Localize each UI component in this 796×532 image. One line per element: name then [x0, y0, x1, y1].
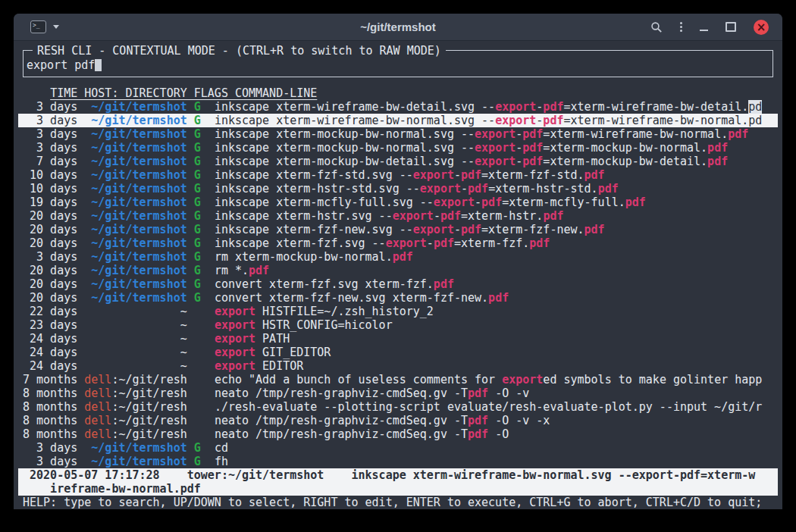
help-line: HELP: type to search, UP/DOWN to select,…: [23, 496, 773, 509]
history-row[interactable]: 3 days ~/git/termshot G inkscape xterm-w…: [18, 114, 778, 127]
history-row[interactable]: 7 days ~/git/termshot G inkscape xterm-m…: [18, 155, 778, 168]
text-cursor: [95, 59, 102, 71]
titlebar-right-group: [650, 20, 769, 35]
history-row[interactable]: 23 days ~ export HSTR_CONFIG=hicolor: [18, 318, 778, 332]
table-header-columns: TIME HOST: DIRECTORY FLAGS COMMAND-LINE: [50, 86, 317, 100]
terminal-app-icon[interactable]: [30, 20, 46, 33]
history-row[interactable]: 3 days ~/git/termshot G rm xterm-mockup-…: [18, 250, 778, 264]
history-row[interactable]: 20 days ~/git/termshot G rm *.pdf: [18, 264, 778, 277]
history-list: 3 days ~/git/termshot G inkscape xterm-w…: [23, 100, 773, 468]
terminal-content: RESH CLI - CONTEXTUAL MODE - (CTRL+R to …: [14, 41, 782, 509]
history-row[interactable]: 8 months dell:~/git/resh neato /tmp/resh…: [18, 414, 778, 427]
status-bar-line2: ireframe-bw-normal.pdf: [18, 482, 778, 496]
history-row[interactable]: 10 days ~/git/termshot G inkscape xterm-…: [18, 168, 778, 182]
history-row[interactable]: 8 months dell:~/git/resh neato /tmp/resh…: [18, 427, 778, 441]
history-row[interactable]: 24 days ~ export EDITOR: [18, 359, 778, 373]
titlebar: ~/git/termshot: [14, 14, 782, 41]
history-row[interactable]: 3 days ~/git/termshot G inkscape xterm-m…: [18, 127, 778, 141]
history-row[interactable]: 20 days ~/git/termshot G convert xterm-f…: [18, 291, 778, 305]
search-box: RESH CLI - CONTEXTUAL MODE - (CTRL+R to …: [23, 50, 773, 77]
close-button[interactable]: [754, 20, 769, 35]
history-row[interactable]: 20 days ~/git/termshot G inkscape xterm-…: [18, 209, 778, 223]
status-bar-line1: 2020-05-07 17:17:28 tower:~/git/termshot…: [18, 468, 778, 482]
history-row[interactable]: 19 days ~/git/termshot G inkscape xterm-…: [18, 196, 778, 209]
terminal-window: ~/git/termshot RESH CLI - CONTEXTUAL MOD…: [14, 14, 782, 509]
history-row[interactable]: 24 days ~ export GIT_EDITOR: [18, 346, 778, 359]
search-query-text: export pdf: [27, 58, 95, 72]
history-row[interactable]: 24 days ~ export PATH: [18, 332, 778, 346]
history-row[interactable]: 20 days ~/git/termshot G convert xterm-f…: [18, 277, 778, 291]
restore-button[interactable]: [725, 22, 736, 32]
history-row[interactable]: 20 days ~/git/termshot G inkscape xterm-…: [18, 223, 778, 236]
history-row[interactable]: 3 days ~/git/termshot G cd: [18, 441, 778, 455]
history-row[interactable]: 10 days ~/git/termshot G inkscape xterm-…: [18, 182, 778, 196]
history-row[interactable]: 3 days ~/git/termshot G inkscape xterm-w…: [18, 100, 778, 114]
search-box-title: RESH CLI - CONTEXTUAL MODE - (CTRL+R to …: [33, 44, 446, 58]
search-icon[interactable]: [650, 21, 663, 33]
history-row[interactable]: 22 days ~ export HISTFILE=~/.zsh_history…: [18, 305, 778, 318]
minimize-button[interactable]: [700, 30, 708, 31]
history-row[interactable]: 8 months dell:~/git/resh ./resh-evaluate…: [18, 400, 778, 414]
history-row[interactable]: 8 months dell:~/git/resh neato /tmp/resh…: [18, 386, 778, 400]
table-header: TIME HOST: DIRECTORY FLAGS COMMAND-LINE: [23, 86, 773, 100]
titlebar-left-group: [30, 20, 59, 33]
history-row[interactable]: 7 months dell:~/git/resh echo "Add a bun…: [18, 373, 778, 386]
kebab-menu-icon[interactable]: [680, 22, 682, 32]
history-row[interactable]: 3 days ~/git/termshot G inkscape xterm-m…: [18, 141, 778, 155]
history-row[interactable]: 20 days ~/git/termshot G inkscape xterm-…: [18, 236, 778, 250]
dropdown-caret-icon[interactable]: [53, 25, 59, 29]
history-row[interactable]: 3 days ~/git/termshot G fh: [18, 455, 778, 468]
